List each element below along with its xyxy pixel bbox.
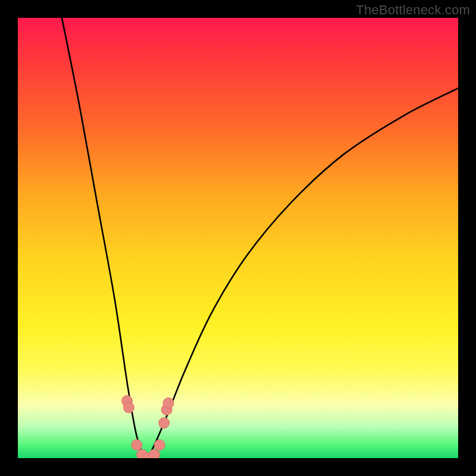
plot-area xyxy=(18,18,458,458)
curve-marker xyxy=(123,402,134,413)
marker-group xyxy=(122,396,174,458)
curve-marker xyxy=(131,440,142,450)
chart-frame: TheBottleneck.com xyxy=(0,0,476,476)
curve-layer xyxy=(18,18,458,458)
curve-marker xyxy=(159,418,170,428)
curve-marker xyxy=(163,398,174,409)
curve-marker xyxy=(149,449,159,458)
curve-marker xyxy=(154,440,165,450)
bottleneck-curve xyxy=(62,18,458,458)
watermark-text: TheBottleneck.com xyxy=(356,2,470,18)
